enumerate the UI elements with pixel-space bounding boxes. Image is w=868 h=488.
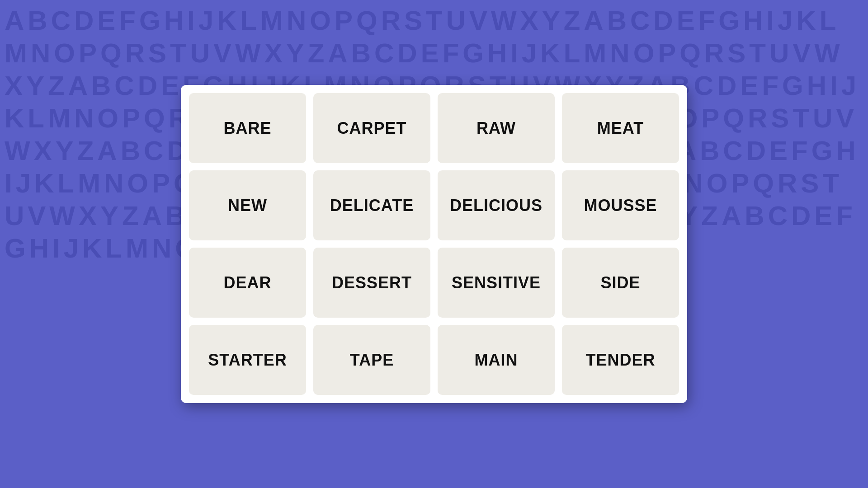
word-card-delicious[interactable]: DELICIOUS [438, 170, 555, 240]
word-card-mousse[interactable]: MOUSSE [562, 170, 679, 240]
word-card-new[interactable]: NEW [189, 170, 306, 240]
word-card-starter[interactable]: STARTER [189, 325, 306, 395]
word-grid: BARECARPETRAWMEATNEWDELICATEDELICIOUSMOU… [189, 93, 679, 395]
word-card-tape[interactable]: TAPE [313, 325, 430, 395]
word-label: MAIN [475, 351, 518, 370]
card-panel: BARECARPETRAWMEATNEWDELICATEDELICIOUSMOU… [181, 85, 687, 403]
word-label: DELICATE [330, 196, 414, 215]
word-label: BARE [223, 119, 271, 138]
word-label: STARTER [208, 351, 287, 370]
word-card-dear[interactable]: DEAR [189, 248, 306, 318]
word-card-meat[interactable]: MEAT [562, 93, 679, 163]
word-card-tender[interactable]: TENDER [562, 325, 679, 395]
word-label: SIDE [600, 273, 640, 292]
word-label: MOUSSE [584, 196, 657, 215]
word-card-dessert[interactable]: DESSERT [313, 248, 430, 318]
word-card-main[interactable]: MAIN [438, 325, 555, 395]
word-label: NEW [228, 196, 267, 215]
word-card-delicate[interactable]: DELICATE [313, 170, 430, 240]
word-label: CARPET [337, 119, 406, 138]
word-label: TAPE [350, 351, 394, 370]
word-label: RAW [476, 119, 516, 138]
word-label: MEAT [597, 119, 644, 138]
word-card-side[interactable]: SIDE [562, 248, 679, 318]
word-label: SENSITIVE [452, 273, 541, 292]
word-card-raw[interactable]: RAW [438, 93, 555, 163]
word-card-carpet[interactable]: CARPET [313, 93, 430, 163]
word-card-bare[interactable]: BARE [189, 93, 306, 163]
word-label: DEAR [223, 273, 271, 292]
word-label: DELICIOUS [450, 196, 542, 215]
word-label: DESSERT [332, 273, 412, 292]
word-label: TENDER [585, 351, 655, 370]
word-card-sensitive[interactable]: SENSITIVE [438, 248, 555, 318]
